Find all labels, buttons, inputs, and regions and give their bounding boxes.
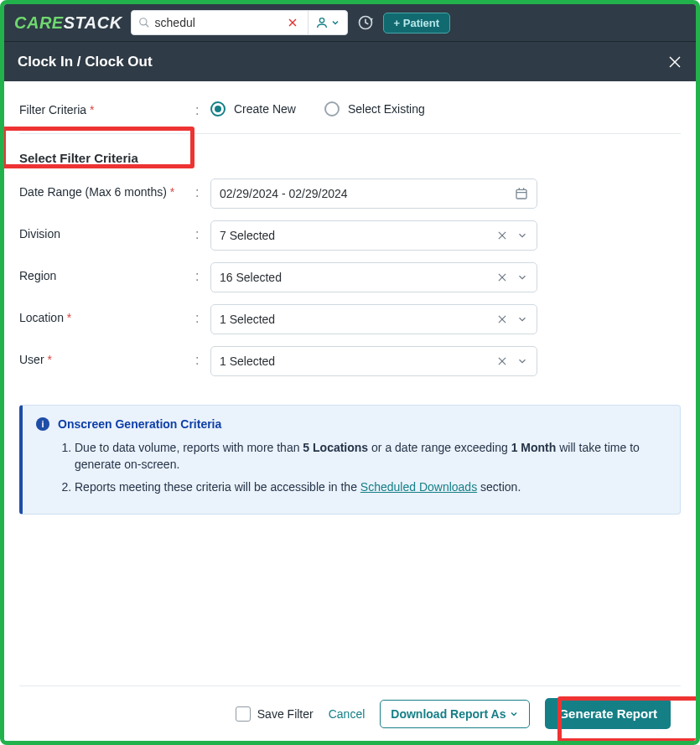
app-frame: CARESTACK +: [0, 0, 700, 745]
search-scope-dropdown[interactable]: [308, 11, 347, 34]
chevron-down-icon: [509, 709, 519, 719]
colon: :: [195, 304, 210, 326]
radio-create-new-label: Create New: [234, 102, 296, 116]
checkbox-icon: [236, 706, 251, 722]
search-box[interactable]: [132, 13, 308, 33]
label-user: User *: [19, 346, 195, 366]
history-icon[interactable]: [356, 13, 375, 32]
svg-line-1: [145, 24, 148, 28]
chevron-down-icon[interactable]: [516, 230, 528, 241]
clear-icon[interactable]: [496, 230, 508, 241]
colon: :: [195, 346, 210, 368]
location-value: 1 Selected: [220, 313, 496, 326]
label-region: Region: [19, 262, 195, 282]
chevron-down-icon[interactable]: [516, 355, 528, 367]
filter-criteria-radios: Create New Select Existing: [210, 96, 681, 116]
radio-select-existing[interactable]: Select Existing: [324, 101, 425, 116]
info-list: Due to data volume, reports with more th…: [36, 439, 666, 495]
info-panel: i Onscreen Generation Criteria Due to da…: [19, 405, 681, 515]
row-region: Region : 16 Selected: [19, 262, 681, 292]
svg-point-4: [319, 18, 324, 23]
clear-search-icon[interactable]: [284, 18, 301, 28]
person-icon: [315, 16, 329, 29]
chevron-down-icon[interactable]: [516, 272, 528, 283]
date-range-input[interactable]: 02/29/2024 - 02/29/2024: [210, 178, 537, 209]
modal-footer: Save Filter Cancel Download Report As Ge…: [19, 686, 681, 741]
colon: :: [195, 262, 210, 284]
logo-care: CARE: [14, 13, 64, 33]
calendar-icon[interactable]: [515, 187, 528, 200]
search-icon: [138, 17, 150, 28]
colon: :: [195, 96, 210, 118]
label-location: Location *: [19, 304, 195, 324]
radio-dot-icon: [324, 101, 340, 116]
modal-title: Clock In / Clock Out: [18, 54, 153, 70]
modal-title-bar: Clock In / Clock Out: [4, 41, 696, 81]
label-division: Division: [19, 220, 195, 241]
row-filter-criteria: Filter Criteria * : Create New Select Ex…: [19, 96, 681, 118]
user-select[interactable]: 1 Selected: [210, 346, 537, 376]
row-date-range: Date Range (Max 6 months) * : 02/29/2024…: [19, 178, 681, 209]
download-report-label: Download Report As: [391, 707, 506, 721]
label-date-range: Date Range (Max 6 months) *: [19, 178, 195, 199]
generate-report-button[interactable]: Generate Report: [545, 698, 671, 729]
info-icon: i: [36, 417, 49, 431]
info-title: i Onscreen Generation Criteria: [36, 417, 666, 431]
info-item-1: Due to data volume, reports with more th…: [75, 439, 666, 473]
svg-rect-8: [516, 189, 526, 199]
colon: :: [195, 220, 210, 242]
row-location: Location * : 1 Selected: [19, 304, 681, 334]
division-value: 7 Selected: [220, 229, 496, 242]
divider: [19, 133, 681, 134]
scheduled-downloads-link[interactable]: Scheduled Downloads: [360, 480, 477, 494]
region-select[interactable]: 16 Selected: [210, 262, 537, 292]
clear-icon[interactable]: [496, 355, 508, 367]
region-value: 16 Selected: [220, 271, 496, 284]
division-select[interactable]: 7 Selected: [210, 220, 537, 251]
info-title-text: Onscreen Generation Criteria: [58, 417, 221, 431]
modal-body: Filter Criteria * : Create New Select Ex…: [4, 81, 696, 741]
radio-create-new[interactable]: Create New: [210, 101, 296, 116]
download-report-button[interactable]: Download Report As: [380, 700, 530, 728]
section-title: Select Filter Criteria: [19, 151, 681, 165]
user-value: 1 Selected: [220, 354, 496, 368]
logo-stack: STACK: [64, 13, 122, 33]
save-filter-label: Save Filter: [257, 707, 314, 721]
info-item-2: Reports meeting these criteria will be a…: [75, 479, 666, 495]
chevron-down-icon[interactable]: [516, 313, 528, 325]
location-select[interactable]: 1 Selected: [210, 304, 537, 334]
row-division: Division : 7 Selected: [19, 220, 681, 251]
cancel-button[interactable]: Cancel: [329, 707, 366, 721]
chevron-down-icon: [330, 18, 340, 28]
search-wrap: [131, 10, 348, 35]
svg-point-0: [139, 18, 146, 25]
radio-dot-icon: [210, 101, 226, 116]
row-user: User * : 1 Selected: [19, 346, 681, 376]
search-input[interactable]: [155, 13, 279, 33]
clear-icon[interactable]: [496, 313, 508, 325]
logo: CARESTACK: [14, 13, 122, 33]
colon: :: [195, 178, 210, 200]
close-icon[interactable]: [667, 54, 682, 70]
add-patient-button[interactable]: + Patient: [383, 13, 451, 34]
radio-select-existing-label: Select Existing: [348, 102, 425, 116]
save-filter-checkbox[interactable]: Save Filter: [236, 706, 314, 722]
label-filter-criteria: Filter Criteria *: [19, 96, 195, 116]
top-bar: CARESTACK +: [4, 4, 696, 41]
clear-icon[interactable]: [496, 272, 508, 283]
date-range-value: 02/29/2024 - 02/29/2024: [220, 187, 348, 200]
